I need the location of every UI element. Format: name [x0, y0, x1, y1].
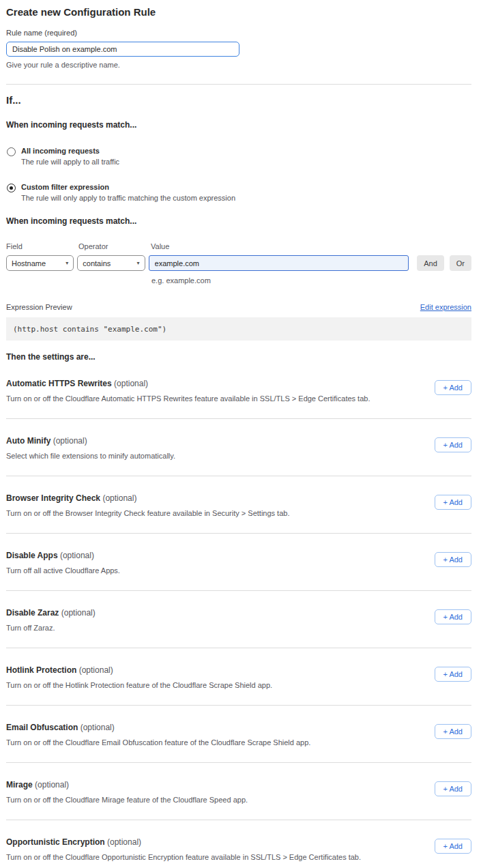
incoming-requests-subheading: When incoming requests match...: [6, 120, 471, 130]
setting-row-opportunistic-encryption: Opportunistic Encryption (optional) Turn…: [6, 820, 471, 868]
add-button[interactable]: + Add: [435, 552, 471, 567]
chevron-down-icon: ▾: [65, 260, 68, 266]
radio-description: The rule will apply to all traffic: [21, 158, 119, 166]
rule-name-help: Give your rule a descriptive name.: [6, 61, 471, 69]
setting-row-disable-zaraz: Disable Zaraz (optional) Turn off Zaraz.…: [6, 591, 471, 648]
expression-preview-label: Expression Preview: [6, 303, 72, 311]
value-label: Value: [151, 242, 471, 250]
setting-description: Turn on or off the Cloudflare Email Obfu…: [6, 738, 310, 747]
setting-title: Disable Apps: [6, 551, 58, 560]
setting-description: Turn off all active Cloudflare Apps.: [6, 566, 120, 575]
field-label: Field: [6, 242, 78, 250]
field-select-value: Hostname: [12, 259, 46, 267]
radio-unselected-icon[interactable]: [7, 147, 16, 156]
setting-description: Turn on or off the Cloudflare Mirage fea…: [6, 796, 248, 804]
if-heading: If...: [6, 94, 471, 106]
optional-suffix: (optional): [102, 493, 136, 503]
add-button[interactable]: + Add: [435, 380, 471, 395]
radio-description: The rule will only apply to traffic matc…: [21, 194, 235, 202]
optional-suffix: (optional): [79, 665, 113, 675]
radio-option-all-incoming-requests[interactable]: All incoming requests The rule will appl…: [6, 147, 471, 166]
optional-suffix: (optional): [61, 608, 96, 618]
add-button[interactable]: + Add: [435, 495, 471, 510]
optional-suffix: (optional): [114, 379, 148, 388]
setting-row-hotlink-protection: Hotlink Protection (optional) Turn on or…: [6, 648, 471, 706]
optional-suffix: (optional): [81, 723, 115, 732]
optional-suffix: (optional): [60, 551, 94, 560]
create-configuration-rule-page: Create new Configuration Rule Rule name …: [0, 0, 481, 868]
expression-builder: Field Operator Value Hostname ▾ contains…: [6, 242, 471, 285]
rule-name-section: Rule name (required) Give your rule a de…: [6, 29, 471, 69]
optional-suffix: (optional): [53, 436, 87, 446]
setting-row-disable-apps: Disable Apps (optional) Turn off all act…: [6, 534, 471, 591]
add-button[interactable]: + Add: [435, 839, 471, 854]
add-button[interactable]: + Add: [435, 437, 471, 452]
radio-label: Custom filter expression: [21, 183, 235, 191]
setting-description: Select which file extensions to minify a…: [6, 452, 175, 460]
expression-preview-code: (http.host contains "example.com"): [6, 317, 471, 341]
setting-description: Turn on or off the Hotlink Protection fe…: [6, 681, 272, 689]
edit-expression-link[interactable]: Edit expression: [420, 303, 471, 311]
setting-title: Hotlink Protection: [6, 665, 76, 675]
radio-selected-icon[interactable]: [7, 184, 16, 192]
operator-select-value: contains: [83, 259, 111, 267]
setting-row-mirage: Mirage (optional) Turn on or off the Clo…: [6, 763, 471, 820]
setting-title: Auto Minify: [6, 436, 50, 446]
setting-row-browser-integrity-check: Browser Integrity Check (optional) Turn …: [6, 476, 471, 534]
add-button[interactable]: + Add: [435, 667, 471, 682]
add-button[interactable]: + Add: [435, 781, 471, 796]
setting-title: Email Obfuscation: [6, 723, 78, 732]
setting-description: Turn off Zaraz.: [6, 624, 96, 632]
optional-suffix: (optional): [35, 780, 69, 790]
add-button[interactable]: + Add: [435, 724, 471, 739]
or-button[interactable]: Or: [450, 255, 471, 271]
setting-row-email-obfuscation: Email Obfuscation (optional) Turn on or …: [6, 706, 471, 763]
value-input[interactable]: [149, 255, 409, 271]
then-settings-heading: Then the settings are...: [6, 352, 471, 362]
rule-name-label: Rule name (required): [6, 29, 471, 37]
rule-name-input[interactable]: [6, 42, 239, 57]
operator-label: Operator: [78, 242, 151, 250]
setting-title: Automatic HTTPS Rewrites: [6, 379, 112, 388]
operator-select[interactable]: contains ▾: [77, 255, 145, 271]
chevron-down-icon: ▾: [137, 260, 140, 266]
setting-description: Turn on or off the Cloudflare Automatic …: [6, 394, 370, 403]
setting-title: Opportunistic Encryption: [6, 837, 105, 847]
optional-suffix: (optional): [107, 837, 141, 847]
setting-title: Disable Zaraz: [6, 608, 59, 618]
setting-title: Browser Integrity Check: [6, 493, 100, 503]
setting-row-auto-minify: Auto Minify (optional) Select which file…: [6, 419, 471, 476]
add-button[interactable]: + Add: [435, 609, 471, 624]
and-button[interactable]: And: [417, 255, 444, 271]
setting-title: Mirage: [6, 780, 33, 790]
radio-label: All incoming requests: [21, 147, 119, 155]
setting-row-automatic-https-rewrites: Automatic HTTPS Rewrites (optional) Turn…: [6, 362, 471, 419]
page-title: Create new Configuration Rule: [6, 6, 471, 18]
setting-description: Turn on or off the Cloudflare Opportunis…: [6, 853, 361, 861]
radio-option-custom-filter-expression[interactable]: Custom filter expression The rule will o…: [6, 183, 471, 202]
expression-builder-heading: When incoming requests match...: [6, 216, 471, 226]
setting-description: Turn on or off the Browser Integrity Che…: [6, 509, 289, 517]
divider: [6, 84, 471, 85]
field-select[interactable]: Hostname ▾: [6, 255, 74, 271]
value-help-text: e.g. example.com: [151, 276, 471, 285]
